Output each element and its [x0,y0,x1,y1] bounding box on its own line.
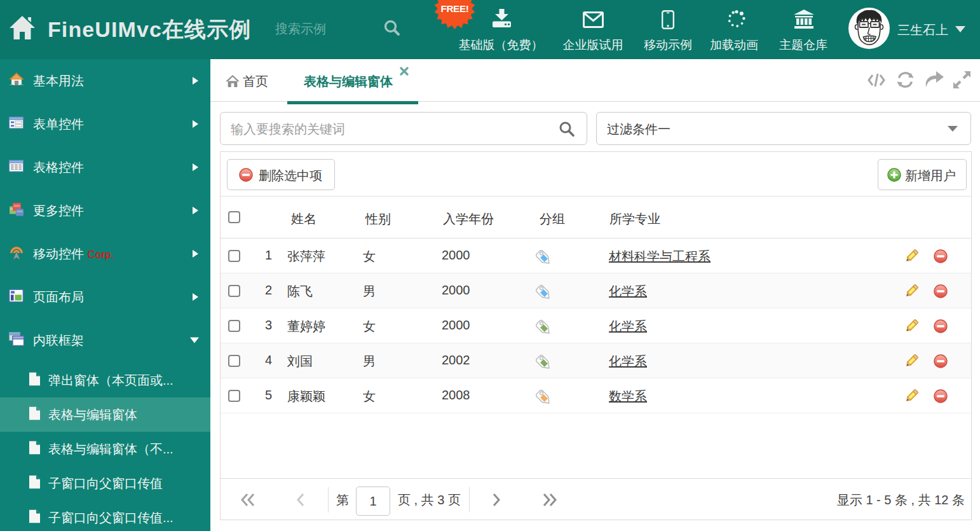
svg-text:FREE!: FREE! [440,3,468,14]
